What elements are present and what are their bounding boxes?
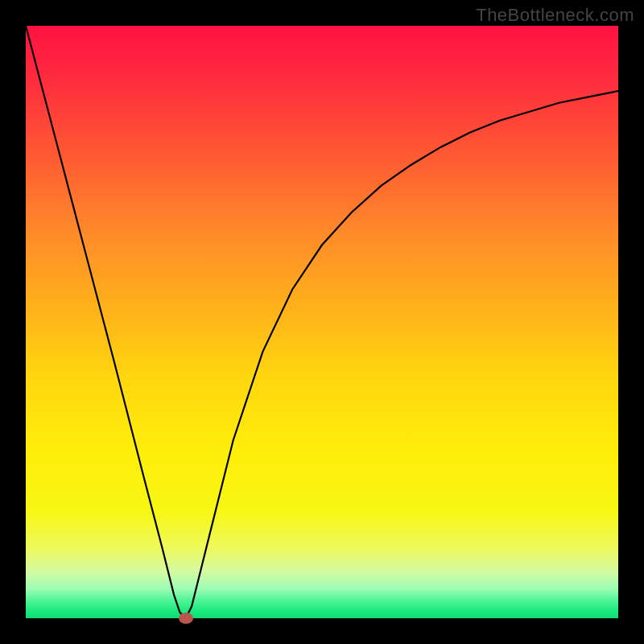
curve-svg — [26, 26, 618, 618]
watermark-text: TheBottleneck.com — [476, 5, 634, 26]
bottleneck-curve — [26, 26, 618, 618]
optimal-point-marker — [179, 613, 193, 624]
chart-frame: TheBottleneck.com — [0, 0, 644, 644]
